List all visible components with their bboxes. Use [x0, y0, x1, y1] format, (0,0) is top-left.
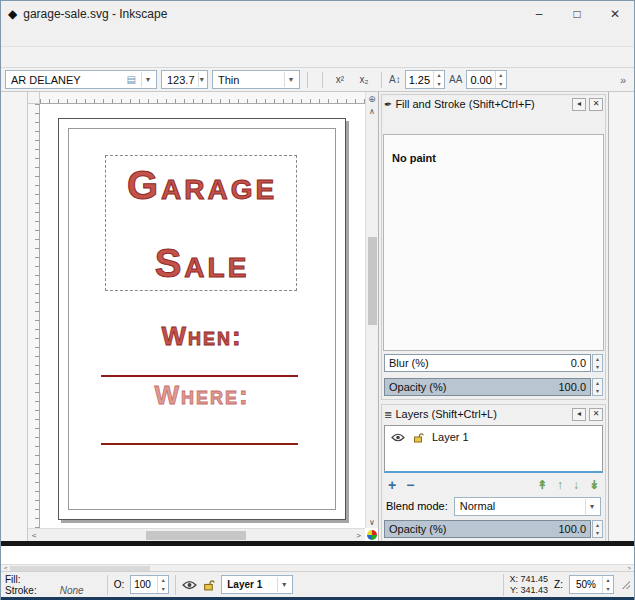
current-layer-combo[interactable]: Layer 1: [221, 575, 293, 594]
canvas-viewport[interactable]: Garage Sale When: Where:: [40, 104, 365, 528]
fill-label: Fill:: [5, 574, 37, 585]
window-title: garage-sale.svg - Inkscape: [23, 7, 520, 21]
maximize-button[interactable]: □: [558, 1, 596, 26]
spinner-arrows[interactable]: ▴▾: [495, 71, 506, 88]
scroll-down-arrow[interactable]: ∨: [369, 516, 375, 528]
opacity-label: Opacity (%): [389, 381, 558, 393]
layer-visibility-eye-icon[interactable]: [391, 433, 405, 442]
scroll-left-arrow[interactable]: <: [32, 531, 37, 540]
subscript-button[interactable]: x₂: [354, 74, 374, 85]
chevron-down-icon[interactable]: [198, 72, 205, 87]
fill-tab-content: No paint: [383, 134, 604, 351]
panel-close-button[interactable]: ✕: [589, 408, 603, 421]
layer-lock-open-icon[interactable]: [203, 579, 215, 591]
spinner-arrows[interactable]: ▴▾: [157, 576, 168, 593]
opacity-spinner[interactable]: ▴▾: [592, 378, 603, 396]
font-style-value: Thin: [218, 74, 281, 86]
vertical-scrollbar[interactable]: ⊕ ∧ ∨: [365, 92, 378, 528]
statusbar-fill-swatch[interactable]: [43, 575, 101, 584]
font-preview-icon: ▤: [127, 74, 136, 85]
palette-scroll-left-arrow[interactable]: <: [4, 565, 8, 571]
panel-collapse-button[interactable]: ◂: [572, 98, 586, 111]
opacity-value: 100.0: [558, 381, 586, 393]
toolbox: [1, 92, 28, 541]
layer-buttons-row: + − ↟ ↑ ↓ ↡: [382, 475, 605, 495]
blend-mode-combo[interactable]: Normal: [454, 497, 601, 516]
add-layer-button[interactable]: +: [388, 477, 396, 493]
layers-panel: ≣ Layers (Shift+Ctrl+L) ◂ ✕ Layer 1: [381, 404, 606, 542]
spinner-arrows[interactable]: ▴▾: [602, 576, 613, 593]
toolbar-overflow-button[interactable]: »: [620, 74, 630, 86]
blur-value: 0.0: [571, 357, 586, 369]
layer-opacity-value: 100.0: [558, 523, 586, 535]
flyer-when-label[interactable]: When:: [59, 321, 345, 352]
zoom-label: Z:: [554, 579, 563, 590]
toolbar-separator: [322, 72, 323, 88]
snap-toolbar: [608, 92, 634, 541]
object-opacity-spinbox[interactable]: 100 ▴▾: [130, 575, 169, 594]
current-layer-value: Layer 1: [227, 579, 274, 590]
chevron-down-icon[interactable]: [284, 72, 297, 87]
blend-mode-value: Normal: [460, 500, 582, 512]
raise-layer-top-button[interactable]: ↟: [537, 478, 547, 492]
layer-opacity-slider[interactable]: Opacity (%) 100.0: [384, 520, 591, 538]
blur-slider[interactable]: Blur (%) 0.0: [384, 354, 591, 372]
fill-stroke-title: Fill and Stroke (Shift+Ctrl+F): [395, 98, 569, 110]
chevron-down-icon[interactable]: [585, 499, 598, 514]
scroll-up-arrow[interactable]: ∧: [369, 105, 375, 117]
scroll-right-arrow[interactable]: >: [356, 531, 361, 540]
flyer-title-garage[interactable]: Garage: [59, 163, 345, 208]
flyer-rule-line[interactable]: [101, 443, 298, 445]
palette-scrollbar[interactable]: < >: [1, 564, 634, 571]
canvas-area: Garage Sale When: Where: ⊕ ∧ ∨ < >: [28, 92, 378, 541]
palette-scroll-thumb[interactable]: [10, 566, 150, 571]
command-toolbar: [1, 46, 634, 68]
layer-visibility-eye-icon[interactable]: [182, 580, 197, 590]
lower-layer-bottom-button[interactable]: ↡: [589, 478, 599, 492]
close-button[interactable]: ✕: [596, 1, 634, 26]
panel-close-button[interactable]: ✕: [589, 98, 603, 111]
raise-layer-button[interactable]: ↑: [557, 478, 563, 492]
fill-stroke-indicator[interactable]: Fill: Stroke: None: [5, 574, 101, 596]
layer-opacity-spinner[interactable]: ▴▾: [592, 520, 603, 538]
flyer-where-label[interactable]: Where:: [59, 380, 345, 411]
letter-spacing-spinbox[interactable]: 0.00 ▴▾: [466, 70, 506, 89]
layer-lock-open-icon[interactable]: [413, 432, 424, 443]
zoom-spinbox[interactable]: 50% ▴▾: [569, 575, 614, 594]
remove-layer-button[interactable]: −: [406, 477, 414, 493]
minimize-button[interactable]: –: [520, 1, 558, 26]
font-size-value: 123.7: [167, 74, 195, 86]
horizontal-scrollbar[interactable]: < >: [28, 528, 365, 541]
font-style-combo[interactable]: Thin: [212, 70, 300, 89]
resize-grip[interactable]: [622, 581, 630, 589]
line-spacing-spinbox[interactable]: 1.25 ▴▾: [405, 70, 445, 89]
chevron-down-icon[interactable]: [141, 72, 154, 87]
flyer-rule-line[interactable]: [101, 375, 298, 377]
vertical-scroll-thumb[interactable]: [368, 237, 377, 325]
fill-stroke-panel: ✒ Fill and Stroke (Shift+Ctrl+F) ◂ ✕ No …: [381, 94, 606, 400]
document-page[interactable]: Garage Sale When: Where:: [58, 118, 346, 520]
palette-scroll-right-arrow[interactable]: >: [627, 565, 631, 571]
blend-mode-label: Blend mode:: [386, 500, 448, 512]
object-opacity-value: 100: [131, 579, 157, 590]
color-managed-view-corner[interactable]: [365, 528, 378, 541]
font-family-combo[interactable]: AR DELANEY ▤: [5, 70, 157, 89]
color-wheel-icon: [367, 530, 377, 540]
superscript-button[interactable]: x²: [330, 74, 350, 85]
layer-opacity-label: Opacity (%): [389, 523, 558, 535]
chevron-down-icon[interactable]: [277, 577, 290, 592]
horizontal-scroll-thumb[interactable]: [146, 531, 246, 540]
object-opacity-label: O:: [114, 579, 125, 590]
spinner-arrows[interactable]: ▴▾: [433, 71, 444, 88]
toolbar-separator: [381, 72, 382, 88]
paint-mode-row: [384, 135, 603, 146]
layer-row[interactable]: Layer 1: [385, 426, 602, 448]
font-size-combo[interactable]: 123.7: [161, 70, 208, 89]
opacity-slider[interactable]: Opacity (%) 100.0: [384, 378, 591, 396]
lower-layer-button[interactable]: ↓: [573, 478, 579, 492]
stroke-label: Stroke:: [5, 585, 37, 596]
stroke-value: None: [43, 585, 101, 596]
flyer-title-sale[interactable]: Sale: [59, 241, 345, 286]
panel-collapse-button[interactable]: ◂: [572, 408, 586, 421]
blur-spinner[interactable]: ▴▾: [592, 354, 603, 372]
